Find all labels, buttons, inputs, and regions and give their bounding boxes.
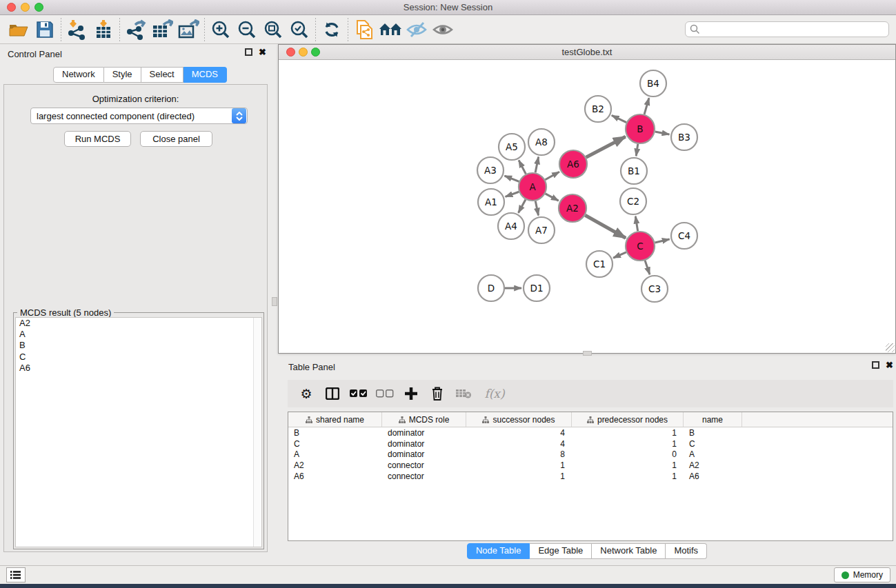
search-input[interactable] — [700, 25, 888, 34]
edge-B-B1[interactable] — [636, 144, 638, 156]
edge-A-A8[interactable] — [535, 157, 539, 173]
float-table-panel-icon[interactable] — [872, 361, 879, 369]
save-session-icon[interactable] — [32, 18, 58, 41]
cell-predecessor-nodes[interactable]: 1 — [572, 439, 684, 449]
zoom-fit-icon[interactable] — [260, 18, 286, 41]
deselect-all-icon[interactable] — [372, 383, 398, 405]
delete-column-icon[interactable] — [424, 383, 450, 405]
cell-MCDS-role[interactable]: connector — [382, 472, 466, 481]
table-row[interactable]: A6connector11A6 — [288, 471, 893, 482]
table-row[interactable]: Cdominator41C — [288, 438, 893, 449]
resize-grip-icon[interactable] — [886, 343, 895, 352]
cell-MCDS-role[interactable]: dominator — [382, 439, 466, 449]
edge-B-B4[interactable] — [644, 98, 649, 114]
edge-A-A5[interactable] — [519, 161, 526, 174]
tab-network-table[interactable]: Network Table — [592, 543, 666, 559]
gear-icon[interactable]: ⚙ — [293, 383, 319, 405]
cell-successor-nodes[interactable]: 1 — [466, 460, 572, 470]
table-row[interactable]: A2connector11A2 — [288, 460, 893, 471]
export-network-icon[interactable] — [123, 18, 149, 41]
cell-MCDS-role[interactable]: dominator — [382, 449, 466, 459]
horizontal-splitter-handle[interactable] — [583, 351, 592, 356]
mcds-result-list[interactable]: A2ABCA6 — [15, 317, 262, 547]
add-column-icon[interactable] — [398, 383, 424, 405]
tab-select[interactable]: Select — [141, 67, 183, 83]
cell-predecessor-nodes[interactable]: 1 — [572, 460, 684, 470]
edge-B-B2[interactable] — [612, 115, 626, 122]
cell-name[interactable]: A2 — [684, 460, 742, 470]
cell-shared-name[interactable]: A — [288, 449, 382, 459]
cell-successor-nodes[interactable]: 4 — [466, 439, 572, 449]
column-header-predecessor-nodes[interactable]: predecessor nodes — [572, 412, 684, 427]
network-canvas[interactable]: B4B2BB3A5A8A6A3B1AA1C2A2A4A7CC1C4C3DD1 — [279, 60, 895, 353]
zoom-in-icon[interactable] — [208, 18, 234, 41]
tab-motifs[interactable]: Motifs — [666, 543, 707, 559]
cell-predecessor-nodes[interactable]: 0 — [572, 449, 684, 459]
maximize-window-icon[interactable] — [34, 3, 43, 12]
select-all-icon[interactable] — [346, 383, 372, 405]
edge-C-C2[interactable] — [635, 216, 637, 232]
tab-node-table[interactable]: Node Table — [467, 543, 530, 559]
cell-successor-nodes[interactable]: 1 — [466, 472, 572, 481]
tab-network[interactable]: Network — [53, 67, 104, 83]
table-row[interactable]: Bdominator41B — [288, 427, 893, 438]
tab-style[interactable]: Style — [104, 67, 141, 83]
column-browse-icon[interactable] — [319, 383, 346, 405]
edge-B-B3[interactable] — [655, 132, 670, 134]
edge-A-A6[interactable] — [545, 172, 559, 180]
cell-predecessor-nodes[interactable]: 1 — [572, 472, 684, 481]
close-table-panel-icon[interactable]: ✖ — [886, 361, 893, 369]
cell-shared-name[interactable]: A6 — [288, 472, 382, 481]
cell-successor-nodes[interactable]: 8 — [466, 449, 572, 459]
cell-shared-name[interactable]: B — [288, 428, 382, 438]
scrollbar-track[interactable] — [253, 318, 261, 547]
minimize-window-icon[interactable] — [21, 3, 30, 12]
column-header-MCDS-role[interactable]: MCDS role — [382, 412, 466, 427]
result-item[interactable]: A — [16, 329, 261, 340]
edge-A6-B[interactable] — [586, 136, 626, 157]
tab-edge-table[interactable]: Edge Table — [530, 543, 592, 559]
edge-A-A1[interactable] — [506, 192, 519, 196]
result-item[interactable]: C — [16, 352, 261, 363]
close-panel-icon[interactable]: ✖ — [259, 48, 266, 56]
float-panel-icon[interactable] — [245, 48, 252, 56]
edge-A-A2[interactable] — [546, 194, 559, 201]
function-builder-icon[interactable]: f(x) — [477, 383, 512, 405]
column-header-name[interactable]: name — [684, 412, 742, 427]
criterion-dropdown[interactable]: largest connected component (directed) — [30, 108, 248, 124]
cell-MCDS-role[interactable]: connector — [382, 460, 466, 470]
table-row[interactable]: Adominator80A — [288, 449, 893, 460]
column-header-successor-nodes[interactable]: successor nodes — [466, 412, 572, 427]
refresh-icon[interactable] — [319, 18, 345, 41]
show-eye-icon[interactable] — [430, 18, 456, 41]
cell-shared-name[interactable]: A2 — [288, 460, 382, 470]
delete-table-icon[interactable] — [450, 383, 477, 405]
cell-shared-name[interactable]: C — [288, 439, 382, 449]
edge-C-C3[interactable] — [645, 261, 650, 274]
cell-successor-nodes[interactable]: 4 — [466, 428, 572, 438]
cell-predecessor-nodes[interactable]: 1 — [572, 428, 684, 438]
task-history-button[interactable] — [6, 567, 26, 582]
open-file-icon[interactable] — [6, 18, 32, 41]
tab-mcds[interactable]: MCDS — [183, 67, 227, 83]
edge-C-C1[interactable] — [613, 252, 626, 258]
export-image-icon[interactable] — [175, 18, 201, 41]
net-maximize-icon[interactable] — [311, 48, 320, 57]
import-table-icon[interactable] — [90, 18, 117, 41]
cell-name[interactable]: A — [684, 449, 742, 459]
zoom-selected-icon[interactable] — [286, 18, 312, 41]
cell-MCDS-role[interactable]: dominator — [382, 428, 466, 438]
result-item[interactable]: A6 — [16, 363, 261, 374]
result-item[interactable]: A2 — [16, 318, 261, 329]
hide-panel-icon[interactable] — [404, 18, 430, 41]
close-panel-button[interactable]: Close panel — [140, 131, 212, 147]
edge-A-A4[interactable] — [519, 199, 526, 212]
column-header-shared-name[interactable]: shared name — [288, 412, 382, 427]
cell-name[interactable]: A6 — [684, 472, 742, 481]
export-table-icon[interactable] — [149, 18, 175, 41]
zoom-out-icon[interactable] — [234, 18, 260, 41]
net-minimize-icon[interactable] — [299, 48, 308, 57]
home-icon[interactable] — [377, 18, 404, 41]
edge-A-A3[interactable] — [504, 176, 519, 181]
net-close-icon[interactable] — [286, 48, 295, 57]
